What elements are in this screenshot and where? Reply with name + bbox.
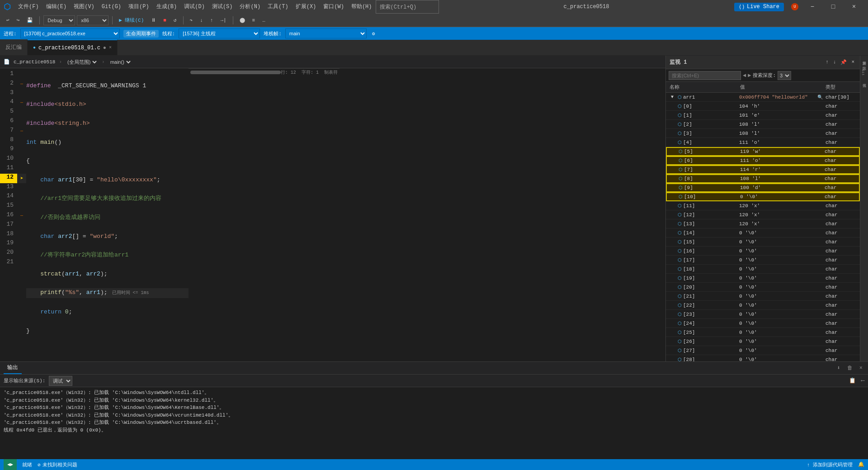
pause-button[interactable]: ⏸: [148, 16, 159, 24]
watch-arr1-27[interactable]: ⬡[27]0 '\0'char: [666, 346, 860, 355]
menu-help[interactable]: 帮助(H): [348, 0, 376, 14]
watch-arr1-15[interactable]: ⬡[15]0 '\0'char: [666, 237, 860, 247]
stack-combo[interactable]: main: [285, 28, 367, 38]
watch-arr1-21[interactable]: ⬡[21]0 '\0'char: [666, 292, 860, 301]
menu-view[interactable]: 视图(V): [70, 0, 98, 14]
watch-close-button[interactable]: ×: [849, 58, 856, 66]
output-copy-icon[interactable]: 📋: [849, 377, 856, 384]
run-to-cursor-button[interactable]: →|: [217, 17, 229, 24]
platform-combo[interactable]: x86: [77, 15, 108, 25]
watch-tree[interactable]: ▼ ⬡ arr1 0x006ff704 "helloworld" 🔍 char[…: [666, 93, 860, 361]
status-add-to-source[interactable]: ↑ 添加到源代码管理: [807, 461, 853, 468]
search-nav-right-icon[interactable]: ▶: [748, 72, 751, 79]
breakpoint-button[interactable]: ⬤: [237, 16, 248, 24]
watch-arr1-3[interactable]: ⬡[3]108 'l'char: [666, 129, 860, 138]
watch-arr1-20[interactable]: ⬡[20]0 '\0'char: [666, 283, 860, 292]
code-editor[interactable]: 1 2─ 3 4─ 5 6 7─ 8 9 10 11 12➤ 13 14 15 …: [0, 68, 665, 361]
watch-pin-button[interactable]: 📌: [839, 58, 849, 66]
close-button[interactable]: ×: [844, 0, 864, 14]
debug-config-combo[interactable]: Debug: [43, 15, 75, 25]
menu-analyze[interactable]: 分析(N): [236, 0, 264, 14]
step-out-button[interactable]: ↑: [208, 17, 216, 24]
watch-arr1-18[interactable]: ⬡[18]0 '\0'char: [666, 265, 860, 274]
menu-git[interactable]: Git(G): [98, 0, 125, 14]
watch-arr1-12[interactable]: ⬡[12]120 'x'char: [666, 210, 860, 219]
watch-arr1-26[interactable]: ⬡[26]0 '\0'char: [666, 337, 860, 346]
menu-edit[interactable]: 编辑(E): [42, 0, 71, 14]
notification-icon[interactable]: 🔔: [858, 461, 864, 468]
watch-move-down-button[interactable]: ↓: [831, 58, 838, 66]
restart-button[interactable]: ↺: [171, 16, 179, 24]
watch-arr1-0[interactable]: ⬡[0]104 'h'char: [666, 102, 860, 111]
watch-arr1-19[interactable]: ⬡[19]0 '\0'char: [666, 274, 860, 283]
watch-arr1-2[interactable]: ⬡[2]108 'l'char: [666, 120, 860, 129]
watch-arr1-1[interactable]: ⬡[1]101 'e'char: [666, 111, 860, 120]
watch-arr1-10[interactable]: ⬡[10]0 '\0'char: [666, 192, 860, 201]
watch-arr1-28[interactable]: ⬡[28]0 '\0'char: [666, 355, 860, 361]
sidebar-btn-2[interactable]: 团队: [860, 61, 868, 66]
watch-arr1-13[interactable]: ⬡[13]120 'x'char: [666, 219, 860, 228]
autos-button[interactable]: ≡: [250, 17, 258, 24]
redo-button[interactable]: ↪: [14, 16, 23, 24]
restore-button[interactable]: □: [823, 0, 844, 14]
sidebar-btn-3[interactable]: Git: [860, 66, 868, 78]
menu-search[interactable]: 搜索(Ctrl+Q): [376, 0, 439, 14]
process-combo[interactable]: [13708] c_practice0518.exe: [20, 28, 120, 38]
tab-disasm[interactable]: 反汇编: [0, 39, 28, 55]
more-debug-button[interactable]: …: [259, 17, 268, 24]
liveshare-button[interactable]: ⟨⟩ Live Share: [734, 3, 784, 11]
watch-arr1-6[interactable]: ⬡[6]111 'o'char: [666, 156, 860, 165]
watch-arr1-25[interactable]: ⬡[25]0 '\0'char: [666, 328, 860, 337]
watch-arr1-17[interactable]: ⬡[17]0 '\0'char: [666, 256, 860, 265]
thread-combo[interactable]: [15736] 主线程: [179, 28, 260, 38]
sidebar-btn-4[interactable]: 属性: [860, 78, 868, 84]
depth-combo[interactable]: 3: [778, 71, 791, 80]
watch-arr1-23[interactable]: ⬡[23]0 '\0'char: [666, 310, 860, 319]
scrollbar-thumb[interactable]: [190, 71, 281, 74]
watch-search-input[interactable]: [669, 71, 741, 80]
search-nav-left-icon[interactable]: ◀: [743, 72, 746, 79]
code-content[interactable]: #define _CRT_SECURE_NO_WARNINGS 1 #inclu…: [26, 70, 189, 361]
arr1-search-icon[interactable]: 🔍: [817, 95, 824, 100]
menu-debug[interactable]: 调试(D): [180, 0, 208, 14]
status-indicator[interactable]: ◀▶: [4, 459, 17, 470]
stop-button[interactable]: ■: [160, 17, 169, 24]
menu-extensions[interactable]: 扩展(X): [292, 0, 320, 14]
menu-window[interactable]: 窗口(W): [320, 0, 348, 14]
watch-arr1-24[interactable]: ⬡[24]0 '\0'char: [666, 319, 860, 328]
minimize-button[interactable]: −: [802, 0, 823, 14]
output-wrap-icon[interactable]: ⟵: [861, 377, 864, 384]
scope-combo[interactable]: (全局范围): [66, 57, 98, 67]
menu-test[interactable]: 测试(S): [208, 0, 236, 14]
watch-arr1-11[interactable]: ⬡[11]120 'x'char: [666, 201, 860, 210]
save-button[interactable]: 💾: [24, 16, 36, 24]
output-scroll-icon[interactable]: ⬇: [835, 364, 842, 372]
watch-arr1-8[interactable]: ⬡[8]108 'l'char: [666, 174, 860, 183]
watch-arr1-7[interactable]: ⬡[7]114 'r'char: [666, 165, 860, 174]
step-into-button[interactable]: ↓: [197, 17, 206, 24]
arr1-toggle-icon[interactable]: ▼: [669, 95, 676, 100]
watch-arr1-5[interactable]: ⬡[5]119 'w'char: [666, 147, 860, 156]
output-content[interactable]: 'c_practice0518.exe'（Win32）: 已加载 'C:\Win…: [0, 387, 868, 452]
undo-button[interactable]: ↩: [4, 16, 12, 24]
watch-arr1-14[interactable]: ⬡[14]0 '\0'char: [666, 228, 860, 237]
menu-build[interactable]: 生成(B): [153, 0, 181, 14]
watch-arr1-9[interactable]: ⬡[9]100 'd'char: [666, 183, 860, 192]
watch-arr1-row[interactable]: ▼ ⬡ arr1 0x006ff704 "helloworld" 🔍 char[…: [666, 93, 860, 102]
tab-active-file[interactable]: ● c_practice0518_01.c ● ×: [28, 39, 118, 55]
tab-close-button[interactable]: ×: [109, 45, 112, 50]
menu-tools[interactable]: 工具(T): [264, 0, 292, 14]
output-close-icon[interactable]: ×: [858, 364, 864, 372]
output-clear-icon[interactable]: 🗑: [845, 364, 854, 372]
watch-move-up-button[interactable]: ↑: [824, 58, 830, 66]
watch-arr1-16[interactable]: ⬡[16]0 '\0'char: [666, 247, 860, 256]
output-tab[interactable]: 输出: [4, 362, 22, 374]
no-issues[interactable]: ⊘ 未找到相关问题: [38, 461, 77, 468]
horizontal-scrollbar[interactable]: 行: 12 字符: 1 制表符: [189, 68, 340, 76]
filter-icon[interactable]: ⚙: [372, 31, 375, 37]
function-combo[interactable]: main(): [108, 57, 132, 67]
step-over-button[interactable]: ↷: [187, 16, 196, 24]
watch-arr1-4[interactable]: ⬡[4]111 'o'char: [666, 138, 860, 147]
sidebar-btn-1[interactable]: 解决方案: [860, 56, 868, 61]
continue-button[interactable]: ▶ 继续(C): [116, 16, 146, 24]
